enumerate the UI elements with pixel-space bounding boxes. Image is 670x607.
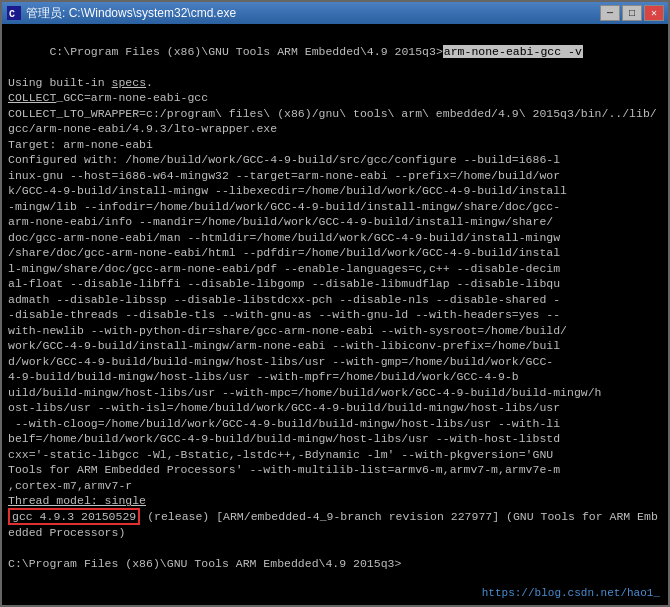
terminal-line: Configured with: /home/build/work/GCC-4-… xyxy=(8,152,662,493)
version-highlight: gcc 4.9.3 20150529 xyxy=(8,508,140,525)
terminal-blank-line xyxy=(8,540,662,556)
terminal-line: Using built-in specs. xyxy=(8,75,662,91)
titlebar: C 管理员: C:\Windows\system32\cmd.exe ─ □ ✕ xyxy=(2,2,668,24)
close-button[interactable]: ✕ xyxy=(644,5,664,21)
maximize-button[interactable]: □ xyxy=(622,5,642,21)
terminal-thread-line: Thread model: single xyxy=(8,493,662,509)
terminal-line: Target: arm-none-eabi xyxy=(8,137,662,153)
svg-text:C: C xyxy=(9,9,15,20)
cmd-window: C 管理员: C:\Windows\system32\cmd.exe ─ □ ✕… xyxy=(0,0,670,607)
cmd-prompt: C:\Program Files (x86)\GNU Tools ARM Emb… xyxy=(49,45,442,58)
terminal-line: C:\Program Files (x86)\GNU Tools ARM Emb… xyxy=(8,28,662,75)
window-controls: ─ □ ✕ xyxy=(600,5,664,21)
window-title: 管理员: C:\Windows\system32\cmd.exe xyxy=(26,5,600,22)
blog-url: https://blog.csdn.net/hao1_ xyxy=(482,586,660,601)
terminal-version-line: gcc 4.9.3 20150529 (release) [ARM/embedd… xyxy=(8,509,662,540)
cmd-icon: C xyxy=(6,5,22,21)
terminal-body[interactable]: C:\Program Files (x86)\GNU Tools ARM Emb… xyxy=(2,24,668,605)
terminal-line: COLLECT_LTO_WRAPPER=c:/program\ files\ (… xyxy=(8,106,662,137)
terminal-prompt-line: C:\Program Files (x86)\GNU Tools ARM Emb… xyxy=(8,556,662,572)
cmd-input: arm-none-eabi-gcc -v xyxy=(443,45,583,58)
minimize-button[interactable]: ─ xyxy=(600,5,620,21)
terminal-line: COLLECT_GCC=arm-none-eabi-gcc xyxy=(8,90,662,106)
